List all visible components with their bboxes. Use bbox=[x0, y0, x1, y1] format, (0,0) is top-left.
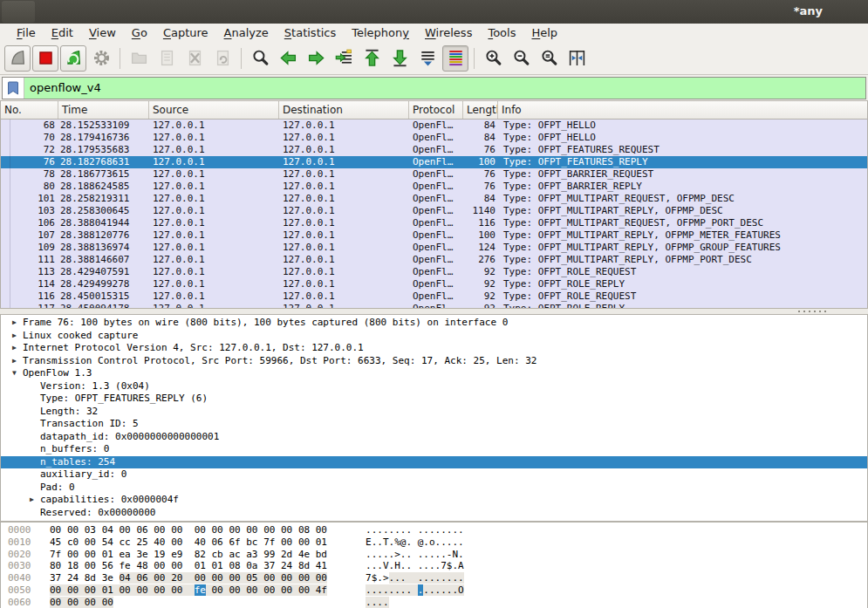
ascii-char[interactable]: > bbox=[394, 549, 400, 560]
hex-byte[interactable]: 00 bbox=[85, 549, 96, 560]
detail-line[interactable]: ▶Internet Protocol Version 4, Src: 127.0… bbox=[1, 342, 867, 355]
hex-byte[interactable]: 00 bbox=[246, 584, 257, 596]
hex-byte[interactable]: 00 bbox=[298, 584, 310, 596]
zoom-out-button[interactable] bbox=[508, 45, 534, 72]
ascii-char[interactable]: H bbox=[394, 560, 400, 571]
ascii-char[interactable]: . bbox=[429, 560, 435, 571]
hex-byte[interactable]: 25 bbox=[136, 536, 147, 548]
hex-byte[interactable]: 00 bbox=[136, 584, 147, 596]
hex-byte[interactable]: 00 bbox=[171, 524, 182, 536]
packet-row[interactable]: 11128.388146607127.0.0.1127.0.0.1OpenFl…… bbox=[1, 254, 867, 266]
menu-wireless[interactable]: Wireless bbox=[417, 24, 480, 41]
ascii-char[interactable]: . bbox=[423, 560, 429, 571]
detail-line[interactable]: Type: OFPT_FEATURES_REPLY (6) bbox=[1, 393, 867, 406]
hex-byte[interactable]: 00 bbox=[281, 572, 292, 584]
auto-scroll-button[interactable] bbox=[414, 45, 441, 72]
ascii-char[interactable]: . bbox=[366, 597, 372, 608]
hex-byte[interactable]: 00 bbox=[85, 597, 96, 608]
zoom-reset-button[interactable] bbox=[536, 45, 562, 72]
hex-byte[interactable]: 18 bbox=[67, 560, 79, 571]
resize-columns-button[interactable] bbox=[564, 45, 590, 72]
hex-byte[interactable]: 8d bbox=[298, 560, 310, 571]
ascii-char[interactable] bbox=[406, 572, 412, 584]
ascii-char[interactable]: . bbox=[441, 524, 447, 536]
ascii-char[interactable]: 7 bbox=[366, 572, 372, 584]
hex-byte[interactable]: 00 bbox=[298, 536, 310, 548]
packet-row[interactable]: 7628.182768631127.0.0.1127.0.0.1OpenFl…1… bbox=[1, 156, 867, 168]
ascii-char[interactable]: . bbox=[423, 549, 429, 560]
hex-byte[interactable]: 00 bbox=[154, 584, 165, 596]
hex-byte[interactable]: 54 bbox=[102, 536, 113, 548]
packet-row[interactable]: 7828.186773615127.0.0.1127.0.0.1OpenFl…7… bbox=[1, 168, 867, 181]
detail-line[interactable]: ▼OpenFlow 1.3 bbox=[1, 367, 867, 380]
detail-line[interactable]: n_buffers: 0 bbox=[1, 443, 867, 456]
hex-byte[interactable]: 82 bbox=[195, 549, 206, 560]
ascii-char[interactable]: . bbox=[366, 560, 372, 571]
hex-byte[interactable]: fe bbox=[195, 584, 206, 596]
detail-line[interactable]: Length: 32 bbox=[1, 406, 867, 419]
ascii-char[interactable]: . bbox=[366, 584, 372, 596]
hex-byte[interactable]: 4e bbox=[298, 549, 310, 560]
hex-byte[interactable]: 01 bbox=[195, 560, 206, 571]
ascii-char[interactable]: . bbox=[383, 597, 389, 608]
hex-byte[interactable]: 6f bbox=[229, 536, 240, 548]
hex-byte[interactable]: 05 bbox=[246, 572, 257, 584]
hex-byte[interactable]: 00 bbox=[195, 572, 206, 584]
last-packet-button[interactable] bbox=[386, 45, 413, 72]
hex-byte[interactable]: bc bbox=[246, 536, 257, 548]
hex-byte[interactable]: 48 bbox=[136, 560, 147, 571]
restart-capture-button[interactable] bbox=[60, 45, 86, 72]
hex-byte[interactable]: 00 bbox=[67, 584, 79, 596]
hex-byte[interactable]: 00 bbox=[229, 584, 240, 596]
packet-row[interactable]: 6828.152533109127.0.0.1127.0.0.1OpenFl…8… bbox=[1, 120, 867, 132]
window-menu-button[interactable] bbox=[2, 1, 35, 23]
hex-byte[interactable]: 06 bbox=[136, 524, 147, 536]
zoom-in-button[interactable] bbox=[480, 45, 506, 72]
ascii-char[interactable]: > bbox=[383, 572, 389, 584]
first-packet-button[interactable] bbox=[359, 45, 385, 72]
hex-byte[interactable]: 06 bbox=[212, 536, 223, 548]
packet-row[interactable]: 11328.429407591127.0.0.1127.0.0.1OpenFl…… bbox=[1, 266, 867, 278]
hex-byte[interactable]: fe bbox=[120, 560, 131, 571]
hex-byte[interactable]: 01 bbox=[102, 549, 113, 560]
menu-edit[interactable]: Edit bbox=[44, 24, 81, 41]
hex-byte[interactable]: 3e bbox=[136, 549, 147, 560]
hex-byte[interactable]: bd bbox=[316, 549, 327, 560]
ascii-char[interactable]: . bbox=[458, 549, 464, 560]
hex-byte[interactable]: 00 bbox=[50, 597, 61, 608]
hex-byte[interactable]: 00 bbox=[85, 536, 96, 548]
hex-byte[interactable]: 20 bbox=[171, 572, 182, 584]
hex-byte[interactable]: 04 bbox=[102, 524, 113, 536]
ascii-char[interactable]: . bbox=[429, 524, 435, 536]
hex-byte[interactable]: 00 bbox=[85, 584, 96, 596]
hex-byte[interactable]: 8d bbox=[85, 572, 96, 584]
find-packet-button[interactable] bbox=[247, 45, 273, 72]
ascii-char[interactable]: . bbox=[406, 560, 412, 571]
ascii-char[interactable]: . bbox=[406, 549, 412, 560]
hex-byte[interactable]: 01 bbox=[316, 536, 327, 548]
ascii-char[interactable]: . bbox=[406, 584, 412, 596]
ascii-char[interactable]: . bbox=[377, 524, 383, 536]
hex-byte[interactable]: 00 bbox=[102, 597, 113, 608]
column-header-length[interactable]: Length bbox=[463, 101, 498, 119]
ascii-char[interactable]: O bbox=[458, 584, 464, 596]
hex-byte[interactable]: 04 bbox=[120, 572, 131, 584]
filter-bookmark-button[interactable] bbox=[3, 78, 24, 99]
hex-byte[interactable]: a3 bbox=[246, 549, 257, 560]
hex-byte[interactable]: 00 bbox=[154, 572, 165, 584]
hex-byte[interactable]: c0 bbox=[67, 536, 79, 548]
packet-row[interactable]: 10328.258300645127.0.0.1127.0.0.1OpenFl…… bbox=[1, 205, 867, 217]
hex-byte[interactable]: 00 bbox=[67, 549, 79, 560]
ascii-char[interactable]: . bbox=[394, 524, 400, 536]
ascii-char[interactable]: . bbox=[423, 536, 429, 548]
hex-byte[interactable]: 00 bbox=[316, 524, 327, 536]
detail-line[interactable]: datapath_id: 0x0000000000000001 bbox=[1, 431, 867, 444]
start-capture-button[interactable] bbox=[4, 45, 31, 72]
packet-row[interactable]: 10728.388120776127.0.0.1127.0.0.1OpenFl…… bbox=[1, 229, 867, 242]
hex-byte[interactable]: 00 bbox=[212, 524, 223, 536]
hex-byte[interactable]: 7f bbox=[50, 549, 61, 560]
ascii-char[interactable]: . bbox=[383, 549, 389, 560]
hex-byte[interactable]: 01 bbox=[102, 584, 113, 596]
ascii-char[interactable]: . bbox=[423, 524, 429, 536]
detail-line[interactable]: Reserved: 0x00000000 bbox=[1, 507, 867, 520]
